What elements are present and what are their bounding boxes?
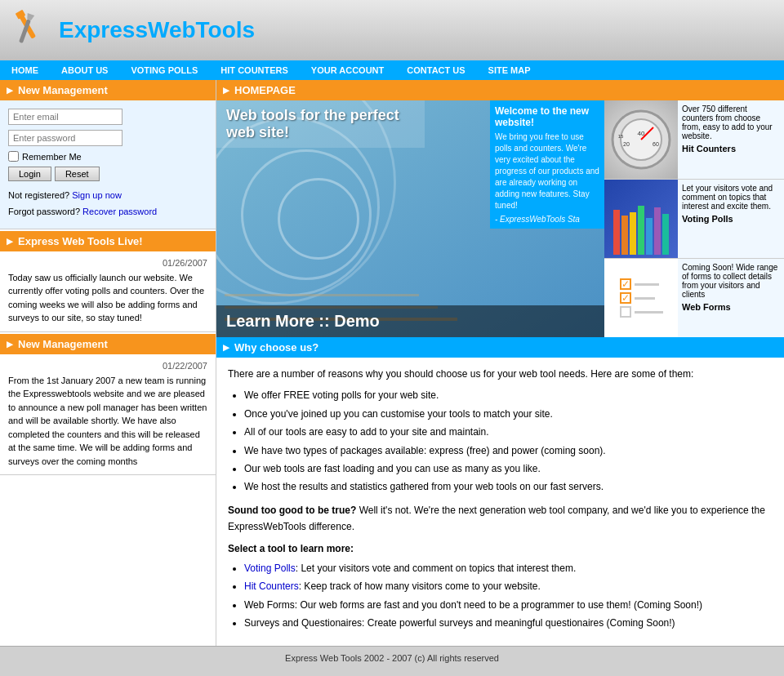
arrow-icon: ▶	[7, 86, 13, 95]
homepage-header: ▶ HOMEPAGE	[216, 80, 784, 100]
hit-counters-img: 40 20 60 15	[604, 100, 678, 179]
password-input[interactable]	[8, 130, 122, 146]
remember-checkbox[interactable]	[8, 151, 19, 162]
web-forms-desc: Coming Soon! Wide range of forms to coll…	[678, 259, 784, 337]
hero-section: Web tools for the perfect web site! Lear…	[216, 100, 784, 337]
svg-text:60: 60	[653, 141, 659, 147]
site-header: ExpressWebTools	[0, 0, 784, 60]
not-registered-text: Not registered?	[8, 190, 69, 200]
news-section-header: ▶ Express Web Tools Live!	[0, 231, 216, 251]
why-body: There are a number of reasons why you sh…	[216, 358, 784, 646]
welcome-signature: - ExpressWebTools Sta	[495, 215, 599, 224]
why-header: ▶ Why choose us?	[216, 337, 784, 358]
hero-cta[interactable]: Learn More :: Demo	[216, 305, 604, 337]
why-tools-list: Voting Polls: Let your visitors vote and…	[244, 560, 773, 632]
nav-account[interactable]: YOUR ACCOUNT	[300, 60, 395, 80]
voting-polls-link[interactable]: Voting Polls	[244, 563, 296, 574]
news-date: 01/26/2007	[8, 258, 207, 268]
remember-label: Remember Me	[22, 152, 82, 162]
mgmt2-arrow-icon: ▶	[7, 340, 13, 349]
why-title: Why choose us?	[234, 341, 318, 354]
login-button[interactable]: Login	[8, 167, 51, 181]
why-select-title: Select a tool to learn more:	[228, 540, 773, 557]
management2-box: 01/22/2007 From the 1st January 2007 a n…	[0, 354, 216, 476]
svg-marker-3	[25, 13, 34, 21]
homepage-title: HOMEPAGE	[234, 84, 296, 96]
logo-text: ExpressWebTools	[59, 17, 255, 43]
why-intro: There are a number of reasons why you sh…	[228, 366, 773, 382]
tool-counters: Hit Counters: Keep track of how many vis…	[244, 578, 773, 594]
nav-sitemap[interactable]: SITE MAP	[477, 60, 542, 80]
voting-polls-desc: Let your visitors vote and comment on to…	[678, 180, 784, 258]
tool-surveys-desc: Surveys and Questionaires: Create powerf…	[244, 617, 675, 629]
tool-voting: Voting Polls: Let your visitors vote and…	[244, 560, 773, 576]
forgot-password-text: Forgot password?	[8, 207, 80, 216]
hit-counters-panel: 40 20 60 15 Over 750 differe	[604, 100, 784, 180]
hero-title: Web tools for the perfect web site!	[216, 100, 425, 148]
tool-surveys: Surveys and Questionaires: Create powerf…	[244, 615, 773, 631]
select-title-text: Select a tool to learn more:	[228, 543, 354, 554]
voting-polls-img	[604, 180, 678, 258]
nav-contact[interactable]: CONTACT US	[395, 60, 476, 80]
nav-home[interactable]: HOME	[0, 60, 50, 80]
reason-3: All of our tools are easy to add to your…	[244, 424, 773, 440]
login-section-title: New Management	[18, 84, 108, 96]
tool-forms-desc: Web Forms: Our web forms are fast and yo…	[244, 599, 702, 611]
email-input[interactable]	[8, 109, 122, 125]
welcome-body: We bring you free to use polls and count…	[495, 131, 599, 211]
remember-me-row: Remember Me	[8, 151, 207, 162]
tool-voting-desc: : Let your visitors vote and comment on …	[296, 563, 577, 574]
nav-bar: HOME ABOUT US VOTING POLLS HIT COUNTERS …	[0, 60, 784, 80]
logo-icon	[8, 7, 49, 54]
management2-section-title: New Management	[18, 338, 108, 350]
news-section-title: Express Web Tools Live!	[18, 235, 143, 247]
voting-polls-panel: Let your visitors vote and comment on to…	[604, 180, 784, 259]
mgmt2-body: From the 1st January 2007 a new team is …	[8, 374, 207, 469]
web-forms-panel: ✓ ✓ Coming Soon! Wide range of forms to …	[604, 259, 784, 337]
recover-link[interactable]: Recover password	[82, 207, 157, 216]
tool-counters-desc: : Keep track of how many visitors come t…	[299, 580, 541, 592]
reset-button[interactable]: Reset	[55, 167, 100, 181]
welcome-box: Welcome to the new website! We bring you…	[490, 100, 604, 229]
reason-2: Once you've joined up you can customise …	[244, 406, 773, 422]
why-sound: Sound too good to be true? Well it's not…	[228, 502, 773, 536]
news-arrow-icon: ▶	[7, 237, 13, 246]
mgmt2-date: 01/22/2007	[8, 361, 207, 371]
login-box: Remember Me Login Reset Not registered? …	[0, 100, 216, 229]
nav-voting[interactable]: VOTING POLLS	[119, 60, 209, 80]
reason-4: We have two types of packages available:…	[244, 443, 773, 459]
why-bold: Sound too good to be true?	[228, 505, 356, 516]
login-section-header: ▶ New Management	[0, 80, 216, 100]
news-body: Today saw us officially launch our websi…	[8, 271, 207, 325]
news-box: 01/26/2007 Today saw us officially launc…	[0, 251, 216, 332]
svg-text:20: 20	[623, 141, 630, 147]
reason-1: We offer FREE voting polls for your web …	[244, 387, 773, 403]
footer-text: Express Web Tools 2002 - 2007 (c) All ri…	[285, 653, 499, 663]
tool-forms: Web Forms: Our web forms are fast and yo…	[244, 597, 773, 613]
homepage-arrow-icon: ▶	[223, 86, 229, 95]
footer: Express Web Tools 2002 - 2007 (c) All ri…	[0, 646, 784, 669]
login-buttons: Login Reset	[8, 167, 207, 181]
hit-counters-link[interactable]: Hit Counters	[244, 580, 299, 592]
hit-counters-desc: Over 750 different counters from choose …	[678, 100, 784, 179]
welcome-title: Welcome to the new website!	[495, 105, 599, 128]
svg-text:15: 15	[618, 134, 624, 139]
signup-link[interactable]: Sign up now	[72, 190, 122, 200]
why-reasons-list: We offer FREE voting polls for your web …	[244, 387, 773, 495]
side-panels: 40 20 60 15 Over 750 differe	[604, 100, 784, 337]
why-section: ▶ Why choose us? There are a number of r…	[216, 337, 784, 646]
reason-6: We host the results and statistics gathe…	[244, 478, 773, 495]
management2-section-header: ▶ New Management	[0, 334, 216, 354]
reason-5: Our web tools are fast loading and you c…	[244, 460, 773, 477]
web-forms-img: ✓ ✓	[604, 259, 678, 337]
nav-counters[interactable]: HIT COUNTERS	[209, 60, 300, 80]
why-arrow-icon: ▶	[223, 343, 229, 352]
login-links: Not registered? Sign up now Forgot passw…	[8, 188, 207, 220]
nav-about[interactable]: ABOUT US	[50, 60, 119, 80]
